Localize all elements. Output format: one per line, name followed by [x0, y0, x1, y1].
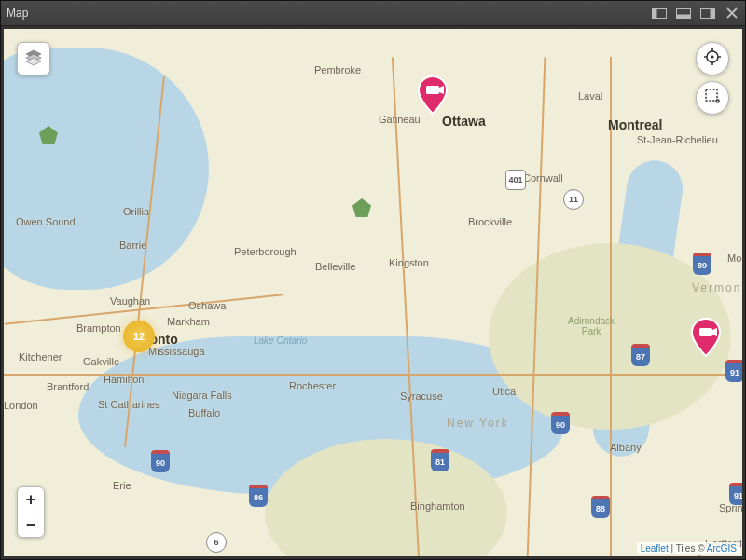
city-label: Markham: [167, 316, 210, 327]
titlebar: Map: [1, 1, 745, 26]
dock-right-button[interactable]: [700, 7, 715, 19]
city-label: Kingston: [389, 257, 429, 268]
svg-rect-5: [711, 8, 715, 18]
zoom-control: + −: [17, 486, 45, 538]
tiles-prefix: | Tiles ©: [669, 543, 707, 553]
interstate-shield: 88: [591, 496, 610, 518]
city-label: Kitchener: [19, 351, 62, 362]
city-label: Brampton: [76, 322, 121, 334]
interstate-shield: 91: [725, 360, 742, 382]
zoom-in-button[interactable]: +: [18, 487, 44, 512]
city-label: London: [4, 400, 38, 411]
road-line: [4, 374, 742, 376]
road-line: [610, 57, 612, 556]
svg-rect-8: [699, 328, 712, 336]
city-label: Pembroke: [314, 64, 361, 75]
tch-shield: [352, 198, 371, 217]
city-label: Belleville: [315, 261, 355, 272]
camera-pin[interactable]: [417, 75, 449, 115]
city-label: Cornwall: [523, 172, 563, 184]
city-label: Mo: [727, 253, 741, 264]
leaflet-link[interactable]: Leaflet: [641, 543, 669, 553]
highway-shield: 11: [563, 189, 584, 210]
interstate-shield: 91: [729, 483, 742, 505]
svg-rect-3: [677, 14, 691, 18]
dock-bottom-button[interactable]: [676, 7, 691, 19]
city-label: Montreal: [608, 117, 662, 132]
zoom-out-button[interactable]: −: [18, 512, 44, 537]
city-label: Erie: [113, 480, 131, 491]
svg-rect-6: [426, 86, 439, 94]
camera-pin[interactable]: [690, 318, 722, 357]
locate-button[interactable]: [696, 42, 729, 75]
window-title: Map: [7, 7, 28, 20]
layers-icon: [24, 48, 43, 70]
city-label: St-Jean-Richelieu: [637, 134, 718, 145]
map-container: PembrokeGatineauOttawaLavalMontrealSt-Je…: [1, 26, 745, 559]
city-label: Springfield: [719, 502, 742, 513]
city-label: Vaughan: [110, 295, 150, 307]
cluster-count: 12: [133, 331, 145, 342]
city-label: Peterborough: [234, 246, 297, 257]
svg-point-17: [717, 101, 719, 102]
city-label: Brockville: [468, 216, 512, 227]
road-line: [5, 294, 283, 324]
select-area-button[interactable]: [696, 81, 729, 115]
select-area-icon: [703, 87, 722, 109]
svg-rect-1: [653, 8, 657, 18]
crosshair-icon: [703, 48, 722, 70]
svg-point-14: [711, 55, 713, 58]
city-label: Laval: [578, 90, 602, 102]
map-window: Map: [0, 0, 746, 560]
highway-shield: 401: [505, 170, 526, 190]
city-label: Brantford: [47, 381, 89, 392]
water-shape: [4, 48, 209, 290]
svg-rect-15: [706, 89, 717, 101]
tiles-link[interactable]: ArcGIS: [707, 543, 737, 553]
map-attribution: Leaflet | Tiles © ArcGIS: [637, 542, 740, 554]
close-button[interactable]: [725, 7, 739, 19]
dock-left-button[interactable]: [652, 7, 667, 19]
map-canvas[interactable]: PembrokeGatineauOttawaLavalMontrealSt-Je…: [4, 29, 742, 556]
city-label: Ottawa: [442, 114, 486, 129]
layers-button[interactable]: [17, 42, 50, 75]
highway-shield: 6: [206, 532, 227, 553]
titlebar-buttons: [652, 7, 739, 19]
city-label: Gatineau: [379, 114, 421, 125]
cluster-marker[interactable]: 12: [123, 321, 155, 352]
